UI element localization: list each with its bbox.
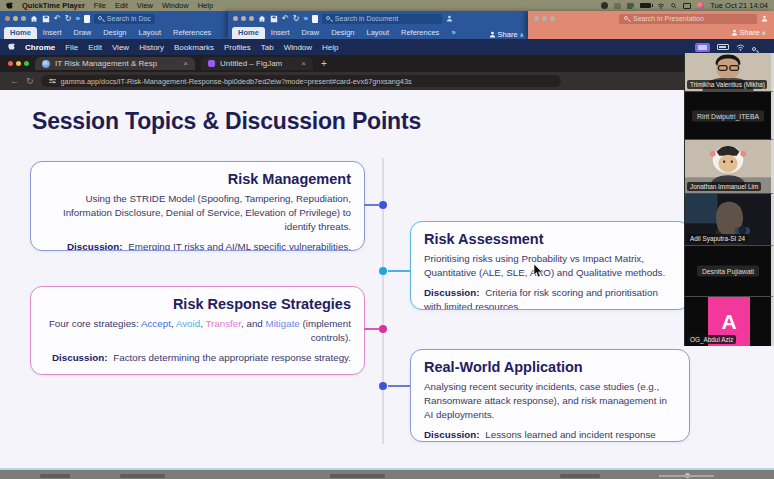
participant-tile[interactable]: Desnita Pujiawati [684, 245, 774, 296]
menubar-clock[interactable]: Tue Oct 21 14:04 [710, 1, 768, 10]
participant-tile[interactable]: Trimikha Valentius (Mikha) [684, 53, 774, 91]
menu-help[interactable]: Help [198, 1, 213, 10]
share-person-icon [489, 31, 496, 38]
wifi-icon[interactable] [736, 44, 745, 51]
card-risk-response[interactable]: Risk Response Strategies Four core strat… [30, 286, 365, 375]
card-risk-assessment[interactable]: Risk Assessment Prioritising risks using… [410, 221, 690, 310]
menu-file[interactable]: File [94, 1, 106, 10]
participant-name: Adil Syaputra-SI 24 [687, 234, 748, 243]
toolbar-overflow-icon[interactable]: » [75, 15, 79, 23]
share-button[interactable]: Share ∧ [489, 30, 524, 39]
wifi-icon[interactable] [657, 3, 665, 9]
participant-name: Ririt Dwiputri_ITEBA [692, 110, 764, 121]
menu-window[interactable]: Window [284, 43, 312, 52]
cloud-icon[interactable] [601, 2, 608, 9]
card-real-world-application[interactable]: Real-World Application Analysing recent … [410, 349, 690, 442]
apple-menu-icon[interactable] [8, 43, 15, 51]
ribbon-overflow-icon[interactable]: » [445, 27, 461, 39]
screen-share-indicator-icon[interactable] [695, 43, 710, 52]
menu-history[interactable]: History [139, 43, 164, 52]
card-title: Risk Assessment [424, 231, 676, 247]
card-risk-management[interactable]: Risk Management Using the STRIDE Model (… [30, 161, 365, 251]
search-input[interactable]: Search in Document [322, 14, 442, 24]
tab-home[interactable]: Home [232, 27, 265, 39]
word2-traffic-lights[interactable] [233, 16, 254, 21]
menu-window[interactable]: Window [162, 1, 189, 10]
menu-edit[interactable]: Edit [115, 1, 128, 10]
site-info-icon[interactable] [49, 78, 56, 84]
participant-tile[interactable]: A OG_Abdul Aziz [684, 296, 774, 346]
battery-icon[interactable] [717, 44, 729, 50]
menu-tab[interactable]: Tab [261, 43, 274, 52]
search-input[interactable]: Search in Doc [94, 14, 155, 24]
close-icon[interactable]: × [301, 59, 306, 68]
menu-bookmarks[interactable]: Bookmarks [174, 43, 214, 52]
tab-design[interactable]: Design [325, 27, 360, 39]
tab-design[interactable]: Design [97, 27, 132, 39]
menu-help[interactable]: Help [322, 43, 338, 52]
tab-gamma[interactable]: IT Risk Management & Resp × [35, 57, 195, 70]
menu-view[interactable]: View [112, 43, 129, 52]
undo-icon[interactable]: ↶ [282, 15, 289, 23]
tab-draw[interactable]: Draw [68, 27, 98, 39]
card-title: Risk Management [44, 171, 351, 187]
search-placeholder: Search in Document [335, 15, 398, 22]
undo-icon[interactable]: ↶ [54, 15, 61, 23]
tab-figjam[interactable]: Untitled – FigJam × [201, 57, 313, 70]
tab-home[interactable]: Home [4, 27, 37, 39]
share-person-icon[interactable] [446, 15, 453, 22]
close-icon[interactable]: × [183, 59, 188, 68]
menu-edit[interactable]: Edit [88, 43, 102, 52]
document-icon[interactable] [84, 15, 90, 23]
apple-menu-icon[interactable] [6, 2, 13, 10]
menu-profiles[interactable]: Profiles [224, 43, 251, 52]
save-icon[interactable] [270, 15, 278, 23]
tab-references[interactable]: References [167, 27, 217, 39]
word1-traffic-lights[interactable] [5, 16, 26, 21]
spotlight-icon[interactable] [671, 3, 677, 9]
share-button[interactable]: Share [740, 28, 760, 37]
home-icon[interactable] [30, 15, 38, 23]
ppt-traffic-lights[interactable] [534, 16, 555, 21]
search-input[interactable]: Search in Presentation [619, 14, 757, 24]
new-tab-button[interactable]: + [321, 58, 327, 69]
tab-references[interactable]: References [395, 27, 445, 39]
connector-line [364, 328, 380, 330]
redo-icon[interactable]: ↻ [293, 15, 300, 23]
battery-icon[interactable] [640, 3, 651, 8]
tab-layout[interactable]: Layout [132, 27, 167, 39]
tab-insert[interactable]: Insert [37, 27, 68, 39]
search-placeholder: Search in Doc [107, 15, 151, 22]
timeline-dot-blue [379, 201, 387, 209]
menubar-app-name[interactable]: QuickTime Player [22, 1, 85, 10]
tab-draw[interactable]: Draw [296, 27, 326, 39]
tab-insert[interactable]: Insert [265, 27, 296, 39]
participant-tile[interactable]: Ririt Dwiputri_ITEBA [684, 91, 774, 139]
input-source-icon[interactable] [627, 3, 634, 9]
control-center-icon[interactable] [683, 3, 691, 9]
macos-menubar: QuickTime Player File Edit View Window H… [0, 0, 774, 11]
menu-file[interactable]: File [65, 43, 78, 52]
document-icon[interactable] [312, 15, 318, 23]
save-icon[interactable] [42, 15, 50, 23]
tab-layout[interactable]: Layout [360, 27, 395, 39]
menu-chrome[interactable]: Chrome [25, 43, 55, 52]
office-windows-row: ↶ ↻ » Search in Doc Home Insert Draw Des… [0, 11, 774, 39]
menu-view[interactable]: View [137, 1, 153, 10]
share-person-icon[interactable] [761, 15, 768, 22]
participant-tile[interactable]: Jonathan Immanuel Lim [684, 139, 774, 193]
home-icon[interactable] [258, 15, 266, 23]
chrome-traffic-lights[interactable] [8, 61, 29, 66]
mouse-cursor [533, 264, 543, 278]
chrome-menubar: Chrome File Edit View History Bookmarks … [0, 39, 774, 55]
reload-icon[interactable]: ↻ [26, 76, 34, 86]
back-icon[interactable]: ← [10, 76, 19, 86]
url-bar[interactable]: gamma.app/docs/IT-Risk-Management-Respon… [41, 75, 561, 87]
discussion-label: Discussion: [424, 429, 480, 440]
siri-icon[interactable] [697, 2, 704, 9]
camera-icon[interactable] [614, 3, 621, 9]
word2-toolbar: ↶ ↻ » Search in Document [228, 11, 528, 26]
participant-tile[interactable]: Adil Syaputra-SI 24 [684, 193, 774, 245]
redo-icon[interactable]: ↻ [65, 15, 72, 23]
toolbar-overflow-icon[interactable]: » [303, 15, 307, 23]
